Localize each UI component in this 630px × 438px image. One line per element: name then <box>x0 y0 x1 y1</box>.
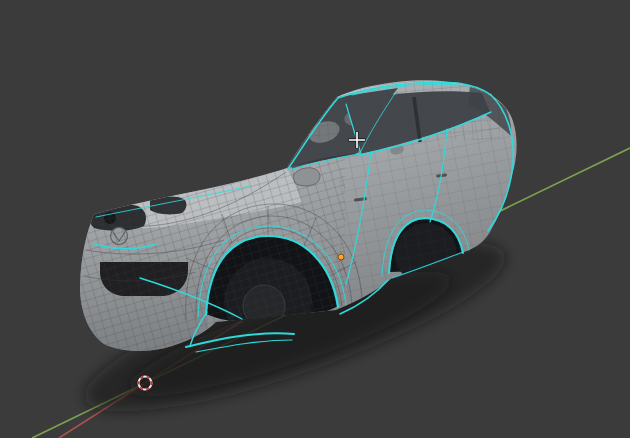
viewport-canvas[interactable] <box>0 0 630 438</box>
object-origin-dot <box>338 254 344 260</box>
viewport-3d[interactable] <box>0 0 630 438</box>
